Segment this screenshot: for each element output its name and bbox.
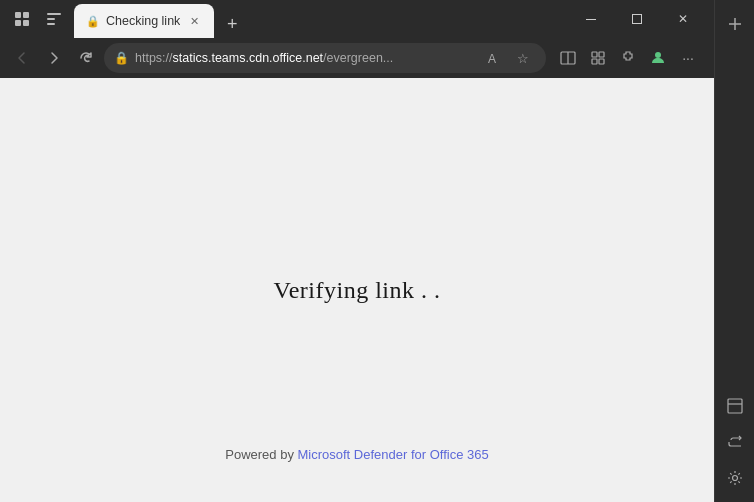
tab-favicon: 🔒 <box>86 15 100 28</box>
powered-by-link[interactable]: Microsoft Defender for Office 365 <box>298 447 489 462</box>
address-bar: 🔒 https://statics.teams.cdn.office.net/e… <box>0 38 714 78</box>
tab-close-button[interactable]: ✕ <box>186 13 202 29</box>
title-bar-icons <box>8 5 68 33</box>
profile-icon[interactable] <box>8 5 36 33</box>
sidebar-add-button[interactable] <box>719 8 751 40</box>
svg-rect-1 <box>23 12 29 18</box>
svg-rect-13 <box>599 52 604 57</box>
favorites-icon[interactable]: ☆ <box>510 45 536 71</box>
powered-by-prefix: Powered by <box>225 447 297 462</box>
svg-text:A: A <box>488 52 496 65</box>
sidebar-share-icon[interactable] <box>719 426 751 458</box>
url-path: /evergreen... <box>323 51 393 65</box>
url-scheme: https:// <box>135 51 173 65</box>
back-button[interactable] <box>8 44 36 72</box>
address-bar-actions: A ☆ <box>482 45 536 71</box>
tab-title: Checking link <box>106 14 180 28</box>
collections-icon[interactable] <box>584 44 612 72</box>
svg-rect-6 <box>47 23 55 25</box>
svg-rect-14 <box>592 59 597 64</box>
svg-rect-8 <box>633 15 642 24</box>
svg-rect-19 <box>728 399 742 413</box>
svg-rect-15 <box>599 59 604 64</box>
svg-rect-0 <box>15 12 21 18</box>
browser-action-buttons: ··· <box>550 44 706 72</box>
svg-point-16 <box>655 52 661 58</box>
svg-rect-4 <box>47 13 61 15</box>
svg-rect-12 <box>592 52 597 57</box>
url-domain: statics.teams.cdn.office.net <box>173 51 324 65</box>
sidebar-layout-icon[interactable] <box>719 390 751 422</box>
sidebar-settings-icon[interactable] <box>719 462 751 494</box>
vertical-tabs-icon[interactable] <box>40 5 68 33</box>
more-options-button[interactable]: ··· <box>674 44 702 72</box>
active-tab[interactable]: 🔒 Checking link ✕ <box>74 4 214 38</box>
browser-window: 🔒 Checking link ✕ + ✕ 🔒 <box>0 0 714 502</box>
url-display: https://statics.teams.cdn.office.net/eve… <box>135 51 476 65</box>
svg-rect-7 <box>586 19 596 20</box>
window-controls: ✕ <box>568 0 706 38</box>
extensions-icon[interactable] <box>614 44 642 72</box>
verifying-text: Verifying link . . <box>274 277 441 304</box>
svg-point-21 <box>732 476 737 481</box>
lock-icon: 🔒 <box>114 51 129 65</box>
address-input[interactable]: 🔒 https://statics.teams.cdn.office.net/e… <box>104 43 546 73</box>
minimize-button[interactable] <box>568 0 614 38</box>
close-button[interactable]: ✕ <box>660 0 706 38</box>
profile-icon[interactable] <box>644 44 672 72</box>
split-screen-icon[interactable] <box>554 44 582 72</box>
tab-bar: 🔒 Checking link ✕ + <box>74 0 562 38</box>
forward-button[interactable] <box>40 44 68 72</box>
new-tab-button[interactable]: + <box>218 10 246 38</box>
svg-rect-2 <box>15 20 21 26</box>
svg-rect-3 <box>23 20 29 26</box>
page-content: Verifying link . . Powered by Microsoft … <box>0 78 714 502</box>
right-sidebar <box>714 0 754 502</box>
read-aloud-icon[interactable]: A <box>482 45 508 71</box>
refresh-button[interactable] <box>72 44 100 72</box>
maximize-button[interactable] <box>614 0 660 38</box>
svg-rect-5 <box>47 18 55 20</box>
powered-by-footer: Powered by Microsoft Defender for Office… <box>225 447 489 462</box>
title-bar: 🔒 Checking link ✕ + ✕ <box>0 0 714 38</box>
